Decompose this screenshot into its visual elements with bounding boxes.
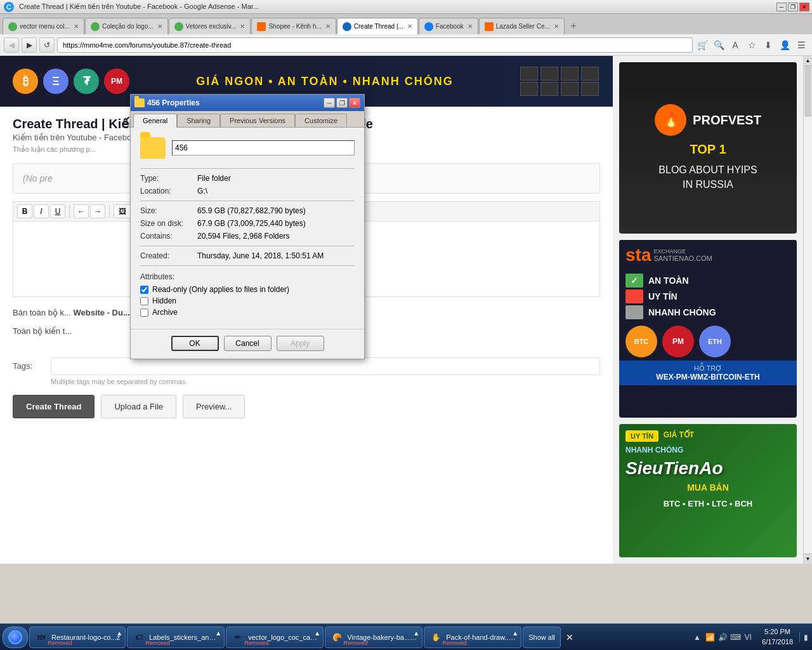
type-value: File folder [197,174,355,183]
dialog-restore-button[interactable]: ❐ [336,98,348,108]
tab-4[interactable]: Shopee - Kênh h... ✕ [251,18,336,34]
sieutienao-ad[interactable]: UY TÍN GIÁ TỐT NHANH CHÓNG SieuTienAo MU… [619,424,797,557]
santienao-ad[interactable]: sta EXCHANGE SANTIENAO.COM ✓ AN TOÀN [619,240,797,418]
banner-cell [581,82,599,96]
size-label: Size: [140,206,197,215]
type-label: Type: [140,174,197,183]
navigation-bar: ◀ ▶ ↺ 🛒 🔍 A ☆ ⬇ 👤 ☰ [0,34,812,56]
taskbar-sub-5: Removed [442,640,467,646]
archive-label: Archive [152,308,178,317]
preview-button[interactable]: Preview... [183,395,245,418]
attributes-label: Attributes: [140,272,355,281]
sta2-badges: UY TÍN GIÁ TỐT [625,430,790,442]
settings-icon[interactable]: ☰ [794,38,808,52]
sta-label-2: UY TÍN [648,291,678,302]
profvest-logo: 🔥 PROFVEST [655,104,761,136]
reload-button[interactable]: ↺ [39,37,55,53]
dialog-minimize-button[interactable]: ─ [324,98,335,108]
search-icon[interactable]: 🔍 [712,38,726,52]
underline-button[interactable]: U [50,204,65,218]
scroll-up-button[interactable]: ▲ [804,56,812,66]
size-on-disk-label: Size on disk: [140,219,197,228]
separator-2 [140,201,355,201]
tab-6-close[interactable]: ✕ [468,23,473,30]
shopping-icon[interactable]: 🛒 [695,38,709,52]
dialog-close-button[interactable]: ✕ [349,98,360,108]
vertical-scrollbar[interactable]: ▲ ▼ [803,56,812,564]
tab-3[interactable]: Vetores exclusiv... ✕ [169,18,251,34]
tab-previous-versions[interactable]: Previous Versions [220,114,295,127]
coin-eth: ETH [699,326,731,357]
banner-cell [561,67,579,81]
tags-input[interactable] [51,357,600,375]
new-tab-button[interactable]: + [565,18,582,34]
expand-5: ▲ [512,630,518,637]
checkmark-uy-tin [625,289,643,303]
dialog-titlebar: 456 Properties ─ ❐ ✕ [131,95,364,111]
profvest-content: 🔥 PROFVEST TOP 1 BLOG ABOUT HYIPSIN RUSS… [619,62,797,234]
minimize-button[interactable]: ─ [776,3,787,11]
tab-5-active[interactable]: Create Thread |... ✕ [337,18,418,34]
scroll-thumb[interactable] [804,66,811,117]
folder-name-input[interactable] [172,140,355,156]
tab-2[interactable]: Coleção do logo... ✕ [85,18,168,34]
show-all-button[interactable]: Show all [523,627,561,648]
scroll-down-button[interactable]: ▼ [804,554,812,564]
upload-file-button[interactable]: Upload a File [101,395,176,418]
separator-1 [140,168,355,169]
profvest-icon: 🔥 [655,104,686,136]
banner-grid [520,67,600,96]
address-bar[interactable] [57,37,693,53]
tab-customize[interactable]: Customize [295,114,347,127]
tab-1[interactable]: vector menu col... ✕ [3,18,84,34]
restore-button[interactable]: ❐ [788,3,798,11]
taskbar-item-3[interactable]: ✏ vector_logo_coc_ca....rar Removed ▲ [226,627,324,648]
tab-sharing[interactable]: Sharing [177,114,220,127]
taskbar-close-button[interactable]: ✕ [562,627,577,648]
tab-1-close[interactable]: ✕ [74,23,79,30]
translate-icon[interactable]: A [728,38,742,52]
apply-button[interactable]: Apply [277,336,324,351]
location-label: Location: [140,187,197,196]
taskbar-item-1[interactable]: 🍽 Restaurant-logo-co...z Removed ▲ [29,627,126,648]
create-thread-button[interactable]: Create Thread [13,395,95,418]
redo-button[interactable]: → [90,204,105,218]
profile-icon[interactable]: 👤 [778,38,792,52]
forward-button[interactable]: ▶ [22,37,37,53]
tab-2-close[interactable]: ✕ [157,23,162,30]
taskbar-icon-1: 🍽 [35,631,48,644]
taskbar-item-5[interactable]: ✋ Pack-of-hand-draw...zip Removed ▲ [424,627,521,648]
back-button[interactable]: ◀ [4,37,19,53]
download-icon[interactable]: ⬇ [761,38,775,52]
taskbar-item-4[interactable]: 🥐 Vintage-bakery-ba...zip Removed ▲ [325,627,422,648]
tab-7-close[interactable]: ✕ [554,23,559,30]
tab-3-close[interactable]: ✕ [240,23,245,30]
bookmark-icon[interactable]: ☆ [745,38,759,52]
start-button[interactable] [3,627,28,648]
system-clock[interactable]: 5:20 PM 6/17/2018 [757,627,798,647]
tab-4-close[interactable]: ✕ [325,23,331,30]
undo-button[interactable]: ← [74,204,89,218]
hidden-checkbox[interactable] [140,297,148,305]
sta-coins-list: WEX-PM-WMZ-BITCOIN-ETH [625,373,790,381]
sta2-coins: BTC • ETH • LTC • BCH [625,499,790,508]
folder-icon-large [140,137,166,159]
italic-button[interactable]: I [34,204,49,218]
readonly-checkbox[interactable] [140,286,148,294]
show-desktop-button[interactable]: ▮ [799,632,809,642]
taskbar-item-2[interactable]: 🏷 Labels_stickers_and....rar Removed ▲ [127,627,225,648]
profvest-ad[interactable]: 🔥 PROFVEST TOP 1 BLOG ABOUT HYIPSIN RUSS… [619,62,797,234]
banner-cell [561,82,579,96]
tab-7[interactable]: Lazada Seller Ce... ✕ [479,18,565,34]
tab-general[interactable]: General [133,114,177,128]
close-button[interactable]: ✕ [799,3,809,11]
bold-button[interactable]: B [17,204,32,218]
title-bar: C Create Thread | Kiếm tiền trên Youtube… [0,0,812,14]
tab-6[interactable]: Facebook ✕ [419,18,478,34]
ok-button[interactable]: OK [171,336,219,351]
hidden-checkbox-row: Hidden [140,296,355,305]
image-button[interactable]: 🖼 [114,204,131,218]
tab-5-close[interactable]: ✕ [407,23,412,30]
cancel-button[interactable]: Cancel [224,336,272,351]
archive-checkbox[interactable] [140,308,148,317]
